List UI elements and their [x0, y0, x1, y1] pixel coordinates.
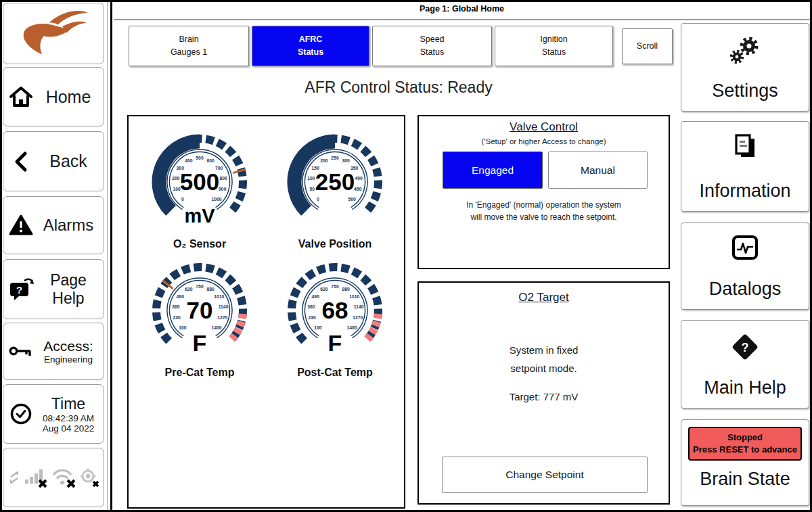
home-label: Home	[39, 87, 104, 107]
svg-text:F: F	[193, 330, 207, 356]
main-area-divider	[110, 0, 112, 512]
svg-text:200: 200	[172, 176, 180, 181]
settings-label: Settings	[712, 80, 778, 101]
svg-text:500: 500	[180, 168, 219, 195]
svg-text:230: 230	[173, 315, 181, 320]
sidebar-divider	[107, 0, 108, 512]
gauge-pre-cat-temp: 100230360490620750880101011401270140070F…	[135, 260, 264, 379]
tab-brain-gauges-1[interactable]: BrainGauges 1	[129, 26, 249, 66]
gauge-post-cat-temp: 100230360490620750880101011401270140068F…	[271, 260, 399, 379]
home-icon	[3, 85, 39, 108]
svg-text:50: 50	[309, 187, 315, 191]
svg-text:100: 100	[179, 325, 187, 330]
pre-cat-temp-dial: 100230360490620750880101011401270140070F	[135, 260, 264, 364]
datalog-pulse-icon	[730, 234, 760, 264]
datalogs-label: Datalogs	[709, 279, 782, 300]
svg-text:620: 620	[320, 287, 328, 292]
svg-text:230: 230	[309, 315, 317, 320]
back-label: Back	[39, 152, 104, 171]
o2-target-title: O2 Target	[419, 291, 669, 304]
page-help-bubble-icon: ?	[3, 277, 39, 302]
svg-text:F: F	[328, 330, 342, 356]
time-display: Time 08:42:39 AM Aug 04 2022	[39, 395, 104, 434]
svg-text:100: 100	[307, 176, 315, 181]
valve-position-dial: 050100150200250300350400450500250	[271, 131, 399, 235]
svg-text:1400: 1400	[212, 325, 222, 330]
svg-text:1010: 1010	[214, 294, 224, 299]
valve-control-panel: Valve Control ('Setup' or higher Access …	[418, 115, 670, 269]
title-separator	[114, 19, 810, 20]
svg-text:880: 880	[342, 287, 350, 292]
information-button[interactable]: Information	[681, 121, 809, 212]
o2-sensor-dial: 01002003004005006007008009001000500mV	[135, 131, 264, 235]
connectivity-status-panel	[3, 448, 104, 507]
sidebar-button-page-help[interactable]: ? Page Help	[3, 259, 104, 319]
wifi-disconnected-icon	[51, 467, 76, 488]
svg-text:400: 400	[355, 176, 363, 181]
svg-text:?: ?	[742, 341, 749, 354]
settings-button[interactable]: Settings	[681, 23, 809, 112]
gauge-label: Valve Position	[271, 238, 399, 250]
gauge-label: Post-Cat Temp	[271, 367, 399, 379]
o2-target-status-text: System in fixed setpoint mode.	[419, 341, 669, 377]
svg-text:1270: 1270	[353, 315, 363, 320]
svg-text:360: 360	[307, 304, 315, 309]
brain-state-label: Brain State	[700, 469, 790, 490]
svg-text:750: 750	[196, 284, 204, 289]
valve-control-note: In 'Engaged' (normal) operation the syst…	[419, 199, 669, 223]
sidebar-button-home[interactable]: Home	[3, 67, 104, 126]
o2-target-panel: O2 Target System in fixed setpoint mode.…	[418, 281, 670, 505]
gears-icon	[729, 34, 761, 68]
svg-text:360: 360	[172, 304, 180, 309]
valve-control-title: Valve Control	[419, 120, 669, 134]
svg-text:0: 0	[181, 197, 184, 202]
hmi-screen: Home Back Alarms ?	[0, 0, 812, 512]
sidebar-button-time[interactable]: Time 08:42:39 AM Aug 04 2022	[3, 384, 104, 444]
tab-speed-status[interactable]: SpeedStatus	[372, 26, 492, 66]
key-icon	[3, 344, 39, 359]
alarms-label: Alarms	[39, 216, 104, 235]
sidebar-button-access[interactable]: Access: Engineering	[3, 323, 104, 380]
svg-text:600: 600	[206, 158, 215, 163]
svg-text:490: 490	[177, 294, 185, 299]
gauge-o2-sensor: 01002003004005006007008009001000500mV O₂…	[135, 131, 264, 250]
svg-text:250: 250	[331, 156, 339, 160]
post-cat-temp-dial: 100230360490620750880101011401270140068F	[271, 260, 399, 364]
svg-text:0: 0	[317, 197, 319, 202]
engaged-button[interactable]: Engaged	[443, 152, 543, 189]
svg-text:620: 620	[185, 287, 193, 292]
svg-text:100: 100	[314, 325, 322, 330]
svg-text:1000: 1000	[212, 197, 222, 202]
alarm-warning-icon	[3, 214, 39, 237]
svg-text:900: 900	[219, 187, 227, 191]
document-pages-icon	[730, 133, 760, 164]
information-label: Information	[699, 181, 790, 202]
change-setpoint-button[interactable]: Change Setpoint	[442, 457, 648, 493]
main-help-button[interactable]: ? Main Help	[681, 320, 809, 409]
svg-text:1140: 1140	[354, 304, 364, 309]
tab-afrc-status[interactable]: AFRCStatus	[252, 26, 369, 66]
tab-scroll[interactable]: Scroll	[622, 28, 673, 64]
svg-text:?: ?	[16, 283, 22, 295]
datalogs-button[interactable]: Datalogs	[681, 223, 809, 310]
svg-text:70: 70	[187, 297, 213, 323]
afr-control-status-heading: AFR Control Status: Ready	[127, 78, 670, 97]
svg-text:1270: 1270	[217, 315, 227, 320]
brain-state-button[interactable]: Stopped Press RESET to advance Brain Sta…	[681, 419, 809, 506]
page-help-label: Page Help	[39, 271, 104, 308]
clock-icon	[3, 402, 39, 425]
tab-ignition-status[interactable]: IgnitionStatus	[495, 26, 613, 66]
svg-text:1140: 1140	[219, 304, 229, 309]
valve-control-subtitle: ('Setup' or higher Access to change)	[419, 137, 669, 145]
manual-button[interactable]: Manual	[548, 152, 648, 189]
page-title: Page 1: Global Home	[114, 4, 810, 14]
brain-state-status-badge: Stopped Press RESET to advance	[688, 427, 802, 461]
sidebar-button-alarms[interactable]: Alarms	[3, 196, 104, 254]
sidebar-button-back[interactable]: Back	[3, 131, 104, 191]
svg-text:1400: 1400	[347, 325, 357, 330]
svg-text:68: 68	[322, 297, 348, 323]
o2-target-value: Target: 777 mV	[419, 391, 669, 402]
back-chevron-icon	[3, 150, 39, 173]
help-diamond-icon: ?	[729, 331, 761, 365]
gauges-panel: 01002003004005006007008009001000500mV O₂…	[127, 115, 405, 509]
